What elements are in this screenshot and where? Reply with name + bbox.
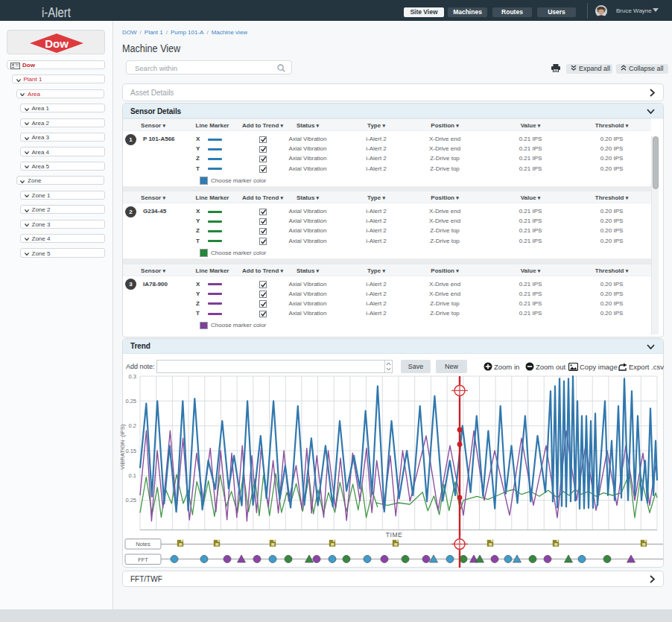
svg-text:Dow: Dow [45,37,69,50]
